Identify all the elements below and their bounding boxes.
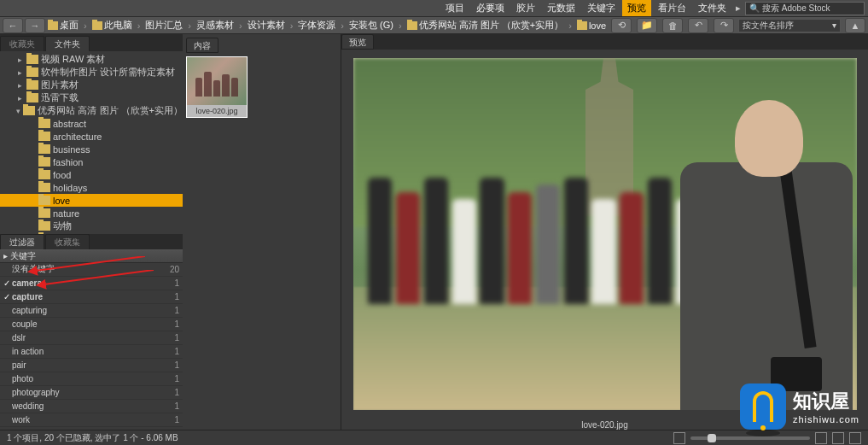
watermark-title: 知识屋 bbox=[793, 389, 859, 414]
filter-keyword[interactable]: ✓capture1 bbox=[0, 290, 183, 304]
watermark-url: zhishiwu.com bbox=[793, 414, 859, 425]
tree-folder[interactable]: architecture bbox=[0, 130, 183, 143]
bc-item-current[interactable]: love bbox=[575, 20, 608, 31]
slider-thumb[interactable] bbox=[708, 434, 716, 442]
preview-image[interactable] bbox=[353, 58, 857, 410]
tree-folder[interactable]: business bbox=[0, 143, 183, 155]
statusbar: 1 个项目, 20 个已隐藏, 选中了 1 个 - 6.06 MB bbox=[0, 430, 868, 445]
tree-folder[interactable]: fashion bbox=[0, 155, 183, 168]
watermark: 知识屋 zhishiwu.com bbox=[740, 384, 859, 430]
filter-keyword[interactable]: work1 bbox=[0, 413, 183, 427]
tab-collection[interactable]: 收藏集 bbox=[45, 234, 90, 249]
filter-header-keywords[interactable]: ▸ 关键字 bbox=[0, 249, 183, 263]
bc-item[interactable]: 字体资源 bbox=[296, 19, 337, 32]
folder-icon bbox=[48, 21, 58, 30]
bc-desktop[interactable]: 桌面 bbox=[46, 19, 80, 32]
folder-tree: ▸视频 RAW 素材▸软件制作图片 设计所需特定素材▸图片素材▸迅雷下载▾优秀网… bbox=[0, 51, 183, 234]
search-placeholder: 搜索 Adobe Stock bbox=[762, 3, 830, 15]
menu-chevron-icon[interactable]: ▸ bbox=[733, 3, 743, 14]
thumbnail[interactable]: love-020.jpg bbox=[186, 56, 248, 118]
tree-folder[interactable]: 动物 bbox=[0, 220, 183, 232]
filter-no-keywords[interactable]: 没有关键字20 bbox=[0, 263, 183, 277]
filter-keyword[interactable]: photo1 bbox=[0, 372, 183, 386]
filter-keyword[interactable]: working1 bbox=[0, 427, 183, 430]
lock-view-icon[interactable] bbox=[832, 432, 844, 444]
menu-project[interactable]: 项目 bbox=[440, 0, 469, 16]
nav-forward-button[interactable]: → bbox=[25, 18, 45, 33]
search-icon: 🔍 bbox=[749, 3, 760, 13]
menu-metadata[interactable]: 元数据 bbox=[542, 0, 580, 16]
tree-folder[interactable]: nature bbox=[0, 207, 183, 220]
grid-view-icon[interactable] bbox=[815, 432, 827, 444]
menu-folders[interactable]: 文件夹 bbox=[693, 0, 731, 16]
tree-folder[interactable]: holidays bbox=[0, 181, 183, 194]
bc-computer[interactable]: 此电脑 bbox=[90, 19, 134, 32]
tree-folder[interactable]: ▸迅雷下载 bbox=[0, 91, 183, 104]
nav-back-button[interactable]: ← bbox=[3, 18, 23, 33]
sort-dropdown[interactable]: 按文件名排序▾ bbox=[738, 19, 841, 32]
breadcrumb: ← → 桌面› 此电脑› 图片汇总› 灵感素材› 设计素材› 字体资源› 安装包… bbox=[0, 17, 868, 34]
tree-folder[interactable]: ▸视频 RAW 素材 bbox=[0, 53, 183, 66]
left-panel: 收藏夹 文件夹 ▸视频 RAW 素材▸软件制作图片 设计所需特定素材▸图片素材▸… bbox=[0, 34, 183, 430]
tab-content[interactable]: 内容 bbox=[186, 38, 218, 53]
bc-item[interactable]: 图片汇总 bbox=[143, 19, 184, 32]
filter-tab-row: 过滤器 收藏集 bbox=[0, 234, 183, 249]
folder-icon bbox=[577, 21, 587, 30]
menu-lighttable[interactable]: 看片台 bbox=[653, 0, 691, 16]
filter-keyword[interactable]: photography1 bbox=[0, 386, 183, 400]
bc-item[interactable]: 灵感素材 bbox=[195, 19, 236, 32]
recent-button[interactable]: ⟲ bbox=[611, 18, 632, 33]
tree-folder[interactable]: food bbox=[0, 168, 183, 181]
menu-required[interactable]: 必要项 bbox=[471, 0, 510, 16]
filter-keyword[interactable]: capturing1 bbox=[0, 304, 183, 318]
tree-folder[interactable]: love bbox=[0, 194, 183, 207]
filter-keyword[interactable]: pair1 bbox=[0, 359, 183, 372]
menu-film[interactable]: 胶片 bbox=[511, 0, 540, 16]
menu-keywords[interactable]: 关键字 bbox=[582, 0, 620, 16]
thumbnail-filename: love-020.jpg bbox=[187, 105, 247, 117]
filter-keyword[interactable]: ✓camera1 bbox=[0, 277, 183, 290]
preview-panel: 预览 bbox=[341, 34, 868, 430]
tab-preview[interactable]: 预览 bbox=[341, 34, 374, 50]
rotate-cw-button[interactable]: ↷ bbox=[714, 18, 734, 33]
tree-folder[interactable]: ▸软件制作图片 设计所需特定素材 bbox=[0, 66, 183, 79]
filter-keyword[interactable]: wedding1 bbox=[0, 400, 183, 413]
tab-favorites[interactable]: 收藏夹 bbox=[0, 36, 44, 51]
thumbnail-image bbox=[187, 57, 247, 105]
tree-folder[interactable]: ▾优秀网站 高清 图片 （欣赏+实用） bbox=[0, 104, 183, 117]
rotate-ccw-button[interactable]: ↶ bbox=[688, 18, 708, 33]
tab-folders[interactable]: 文件夹 bbox=[45, 36, 90, 51]
filter-keyword[interactable]: couple1 bbox=[0, 318, 183, 331]
sort-asc-button[interactable]: ▲ bbox=[845, 18, 865, 33]
thumb-size-slider[interactable] bbox=[690, 436, 810, 440]
computer-icon bbox=[92, 21, 102, 30]
filter-keyword[interactable]: dslr1 bbox=[0, 331, 183, 345]
status-text: 1 个项目, 20 个已隐藏, 选中了 1 个 - 6.06 MB bbox=[7, 432, 178, 444]
left-tab-row: 收藏夹 文件夹 bbox=[0, 34, 183, 51]
folder-icon bbox=[407, 21, 417, 30]
filter-keyword[interactable]: in action1 bbox=[0, 345, 183, 359]
top-menubar: 项目 必要项 胶片 元数据 关键字 预览 看片台 文件夹 ▸ 🔍 搜索 Adob… bbox=[0, 0, 868, 17]
watermark-badge-icon bbox=[740, 384, 786, 430]
menu-preview[interactable]: 预览 bbox=[622, 0, 651, 16]
thumbnail-panel: 内容 love-020.jpg bbox=[183, 34, 341, 430]
tree-folder[interactable]: abstract bbox=[0, 117, 183, 130]
tree-folder[interactable]: ▸图片素材 bbox=[0, 79, 183, 91]
list-view-icon[interactable] bbox=[849, 432, 861, 444]
tab-filter[interactable]: 过滤器 bbox=[0, 234, 44, 249]
search-input[interactable]: 🔍 搜索 Adobe Stock bbox=[745, 2, 865, 15]
filter-panel: ▸ 关键字 没有关键字20 ✓camera1✓capture1capturing… bbox=[0, 249, 183, 430]
new-folder-button[interactable]: 📁 bbox=[637, 18, 657, 33]
bc-item[interactable]: 优秀网站 高清 图片 （欣赏+实用） bbox=[405, 19, 566, 32]
content-column: 内容 love-020.jpg 预览 bbox=[183, 34, 868, 430]
bc-item[interactable]: 设计素材 bbox=[246, 19, 287, 32]
trash-button[interactable]: 🗑 bbox=[662, 18, 683, 33]
bc-item[interactable]: 安装包 (G) bbox=[347, 19, 395, 32]
grid-small-icon[interactable] bbox=[673, 432, 685, 444]
